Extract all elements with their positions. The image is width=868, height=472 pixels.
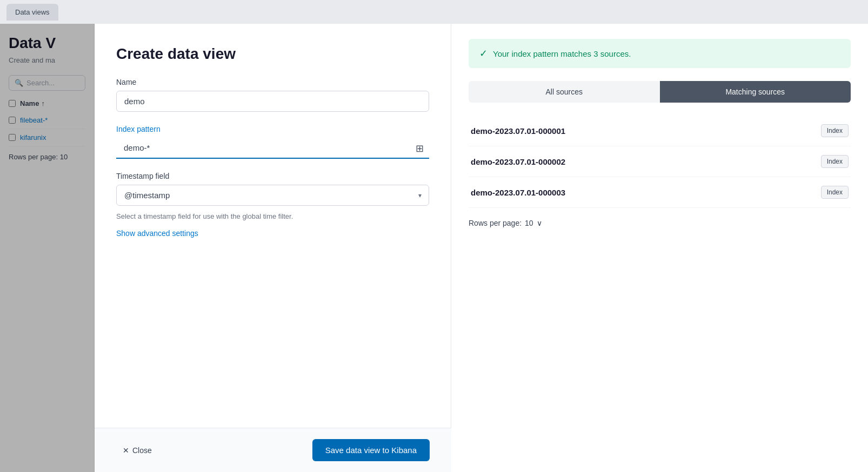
modal-right-panel: ✓ Your index pattern matches 3 sources. …	[451, 24, 868, 472]
success-message: Your index pattern matches 3 sources.	[493, 49, 631, 58]
modal-footer: ✕ Close Save data view to Kibana	[95, 428, 451, 472]
close-label: Close	[132, 446, 152, 455]
source-badge: Index	[821, 124, 849, 137]
source-name: demo-2023.07.01-000001	[471, 126, 565, 136]
tab-all-sources[interactable]: All sources	[469, 81, 660, 103]
save-button[interactable]: Save data view to Kibana	[312, 439, 430, 461]
tab-bar: Data views	[0, 0, 868, 24]
source-badge: Index	[821, 155, 849, 168]
source-badge: Index	[821, 186, 849, 199]
index-pattern-icon: ⊞	[416, 143, 424, 154]
check-icon: ✓	[479, 48, 488, 59]
source-row: demo-2023.07.01-000002 Index	[469, 146, 851, 177]
source-row: demo-2023.07.01-000001 Index	[469, 116, 851, 146]
modal-title: Create data view	[116, 45, 429, 63]
timestamp-helper-text: Select a timestamp field for use with th…	[116, 212, 429, 220]
source-row: demo-2023.07.01-000003 Index	[469, 177, 851, 208]
index-pattern-label: Index pattern	[116, 125, 429, 133]
close-button[interactable]: ✕ Close	[116, 442, 158, 459]
chevron-down-icon: ∨	[537, 219, 542, 227]
rows-per-page-control[interactable]: Rows per page: 10 ∨	[469, 219, 851, 227]
rows-per-page-label: Rows per page:	[469, 219, 522, 227]
close-icon: ✕	[123, 446, 129, 455]
show-advanced-settings-link[interactable]: Show advanced settings	[116, 229, 429, 238]
modal-panel: Create data view Name Index pattern ⊞ Ti…	[95, 24, 868, 472]
index-pattern-wrapper: ⊞	[116, 138, 429, 159]
tab-matching-sources[interactable]: Matching sources	[660, 81, 851, 103]
modal-left-panel: Create data view Name Index pattern ⊞ Ti…	[95, 24, 451, 472]
name-label: Name	[116, 78, 429, 86]
success-banner: ✓ Your index pattern matches 3 sources.	[469, 39, 851, 68]
timestamp-label: Timestamp field	[116, 172, 429, 180]
index-pattern-input[interactable]	[116, 138, 429, 159]
timestamp-select-wrapper: @timestamp ▾	[116, 185, 429, 206]
sources-table: demo-2023.07.01-000001 Index demo-2023.0…	[469, 116, 851, 208]
name-input[interactable]	[116, 91, 429, 112]
source-name: demo-2023.07.01-000002	[471, 157, 565, 166]
timestamp-select[interactable]: @timestamp	[116, 185, 429, 206]
rows-per-page-value: 10	[525, 219, 533, 227]
sources-tabs: All sources Matching sources	[469, 81, 851, 103]
source-name: demo-2023.07.01-000003	[471, 188, 565, 197]
data-views-tab[interactable]: Data views	[6, 4, 58, 21]
